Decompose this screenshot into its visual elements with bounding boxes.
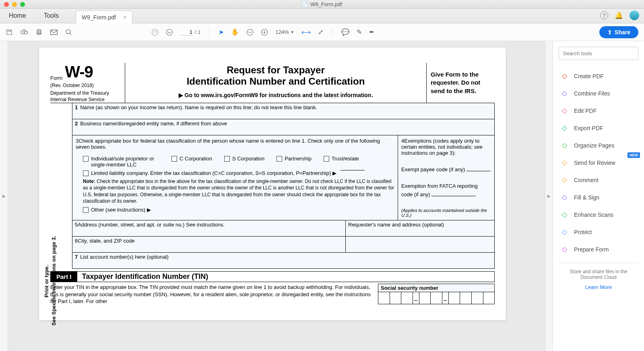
page-content: Form W-9 (Rev. October 2018) Department … xyxy=(39,48,506,320)
search-icon[interactable] xyxy=(65,29,72,36)
svg-point-4 xyxy=(66,29,70,34)
zoom-in-icon[interactable] xyxy=(261,29,268,36)
sidebar-item-label: Prepare Form xyxy=(574,246,609,253)
sidebar-item-label: Enhance Scans xyxy=(574,212,613,218)
nav-tools[interactable]: Tools xyxy=(35,8,68,23)
page-up-icon[interactable] xyxy=(151,29,159,36)
minimize-window[interactable] xyxy=(12,2,17,7)
checkbox-partnership[interactable]: Partnership xyxy=(277,156,311,168)
highlight-tool-icon[interactable]: ✎ xyxy=(357,28,362,36)
form-dept: Department of the Treasury Internal Reve… xyxy=(50,90,122,103)
sidetext-print: Print or type. xyxy=(43,265,50,297)
line-4: 4Exemptions (codes apply only to certain… xyxy=(398,135,495,220)
search-tools-input[interactable] xyxy=(559,47,638,60)
sidebar-item-prepare-form[interactable]: ◇Prepare Form xyxy=(559,241,638,258)
page-total: / 1 xyxy=(195,29,200,35)
comment-tool-icon[interactable]: 💬 xyxy=(341,28,349,36)
tools-sidebar: ◇Create PDF◇Combine Files◇Edit PDF◇Expor… xyxy=(553,41,644,351)
checkbox-trust[interactable]: Trust/estate xyxy=(324,156,359,168)
zoom-select[interactable]: 124% ▼ xyxy=(275,29,294,35)
page-down-icon[interactable] xyxy=(166,29,173,36)
checkbox-ccorp[interactable]: C Corporation xyxy=(171,156,212,168)
checkbox-other[interactable]: Other (see instructions) ▶ xyxy=(83,207,394,213)
sidebar-item-export-pdf[interactable]: ◇Export PDF xyxy=(559,119,638,137)
sidebar-item-fill-sign[interactable]: ◇Fill & Sign xyxy=(559,189,638,206)
print-icon[interactable] xyxy=(35,29,43,36)
sign-tool-icon[interactable]: ✒ xyxy=(369,28,374,36)
help-icon[interactable]: ? xyxy=(600,11,608,19)
close-window[interactable] xyxy=(4,2,9,7)
document-viewport[interactable]: Print or type. See Specific Instructions… xyxy=(8,41,545,351)
line-2: 2Business name/disregarded entity name, … xyxy=(72,119,495,135)
chevron-right-icon: ▶ xyxy=(547,194,551,198)
sidebar-item-protect[interactable]: ◇Protect xyxy=(559,223,638,241)
line-6: 6City, state, and ZIP code xyxy=(72,237,346,253)
sidebar-item-label: Comment xyxy=(574,177,599,183)
sidebar-item-label: Combine Files xyxy=(574,90,610,97)
line-7: 7List account number(s) here (optional) xyxy=(72,253,495,269)
notifications-icon[interactable]: 🔔 xyxy=(615,11,623,20)
checkbox-llc[interactable]: Limited liability company. Enter the tax… xyxy=(83,170,394,176)
learn-more-link[interactable]: Learn More xyxy=(559,284,638,290)
form-number: W-9 xyxy=(65,63,93,81)
form-label: Form xyxy=(50,75,62,81)
tool-icon: ◇ xyxy=(560,228,568,236)
tab-label: W9_Form.pdf xyxy=(82,14,116,21)
right-rail-toggle[interactable]: ▶ xyxy=(545,41,553,351)
line-5-requester-fill xyxy=(346,237,495,253)
checkbox-scorp[interactable]: S Corporation xyxy=(224,156,264,168)
sidebar-item-comment[interactable]: ◇Comment xyxy=(559,171,638,189)
line-5: 5Address (number, street, and apt. or su… xyxy=(72,220,346,237)
tool-icon: ◇ xyxy=(560,158,568,167)
sidebar-item-edit-pdf[interactable]: ◇Edit PDF xyxy=(559,102,638,119)
sidebar-item-label: Organize Pages xyxy=(574,142,614,149)
svg-point-5 xyxy=(152,29,158,35)
checkbox-individual[interactable]: Individual/sole proprietor or single-mem… xyxy=(83,156,159,168)
part-1-bar: Part I Taxpayer Identification Number (T… xyxy=(50,271,495,282)
left-rail-toggle[interactable]: ▶ xyxy=(0,41,8,351)
form-revision: (Rev. October 2018) xyxy=(50,83,122,88)
select-tool-icon[interactable]: ➤ xyxy=(219,28,224,36)
share-button[interactable]: ⇪ Share xyxy=(599,26,638,38)
fit-page-icon[interactable]: ⤢ xyxy=(318,28,323,36)
tool-icon: ◇ xyxy=(560,89,568,98)
page-current-input[interactable] xyxy=(180,29,192,35)
tool-icon: ◇ xyxy=(560,124,568,132)
line-3: 3Check appropriate box for federal tax c… xyxy=(72,135,398,220)
hand-tool-icon[interactable]: ✋ xyxy=(231,28,239,36)
ssn-input[interactable]: – – xyxy=(378,292,495,304)
save-icon[interactable] xyxy=(6,29,13,36)
sidebar-item-combine-files[interactable]: ◇Combine Files xyxy=(559,85,638,102)
close-tab-icon[interactable]: × xyxy=(123,14,126,21)
form-goto: ▶ Go to www.irs.gov/FormW9 for instructi… xyxy=(129,92,422,98)
document-tab[interactable]: W9_Form.pdf × xyxy=(76,10,132,23)
nav-home[interactable]: Home xyxy=(0,8,35,23)
maximize-window[interactable] xyxy=(20,2,25,7)
sidebar-item-label: Protect xyxy=(574,229,592,235)
sidebar-item-label: Send for Review xyxy=(574,160,615,166)
tool-icon: ◇ xyxy=(560,176,568,184)
toolbar: / 1 ➤ ✋ 124% ▼ ⟷ ⤢ 💬 ✎ ✒ ⇪ Share xyxy=(0,23,644,41)
form-title-2: Identification Number and Certification xyxy=(129,76,422,87)
fit-width-icon[interactable]: ⟷ xyxy=(301,28,311,36)
window-title: W9_Form.pdf xyxy=(310,1,342,7)
tool-icon: ◇ xyxy=(560,141,568,150)
line-5-requester: Requester's name and address (optional) xyxy=(346,220,495,237)
sidebar-item-send-for-review[interactable]: ◇Send for ReviewNEW xyxy=(559,154,638,171)
sidebar-item-enhance-scans[interactable]: ◇Enhance Scans xyxy=(559,206,638,223)
traffic-lights xyxy=(4,2,25,7)
cloud-upload-icon[interactable] xyxy=(20,29,28,36)
user-avatar[interactable] xyxy=(630,10,639,20)
email-icon[interactable] xyxy=(50,29,58,35)
sidebar-item-label: Create PDF xyxy=(574,73,604,79)
sidetext-instructions: See Specific Instructions on page 3. xyxy=(51,236,57,326)
chevron-down-icon: ▼ xyxy=(291,30,294,34)
zoom-out-icon[interactable] xyxy=(246,29,254,36)
ssn-box: Social security number – – xyxy=(378,284,495,305)
toolbar-divider xyxy=(209,27,210,38)
zoom-value: 124% xyxy=(275,29,289,35)
sidebar-item-create-pdf[interactable]: ◇Create PDF xyxy=(559,67,638,85)
sidebar-item-label: Edit PDF xyxy=(574,108,597,114)
sidebar-footer: Store and share files in the Document Cl… xyxy=(559,263,638,290)
sidebar-item-organize-pages[interactable]: ◇Organize Pages xyxy=(559,137,638,154)
